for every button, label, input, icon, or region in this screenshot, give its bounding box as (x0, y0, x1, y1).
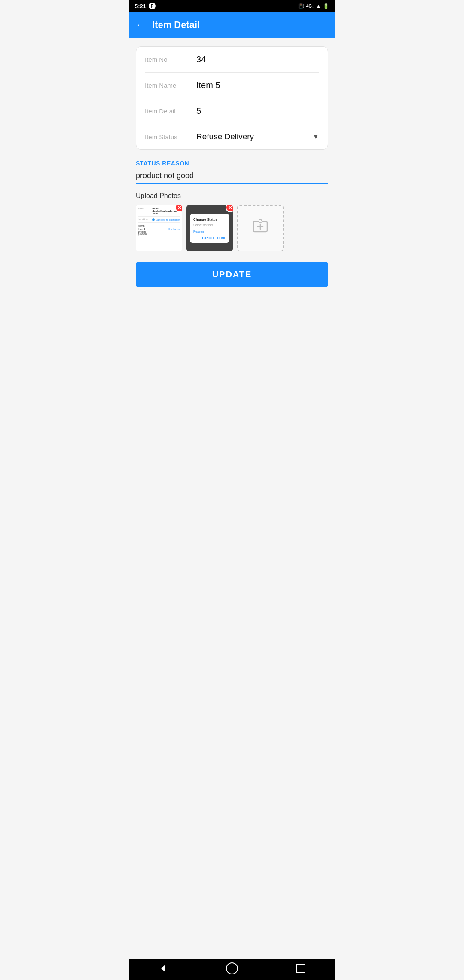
item-no-row: Item No 34 (145, 47, 319, 73)
parking-icon: P (149, 3, 156, 9)
item-status-dropdown[interactable]: Refuse Delivery ▼ (196, 132, 319, 141)
nav-recents-square-icon (296, 964, 305, 973)
page-title: Item Detail (152, 19, 200, 31)
status-bar-right: 📳 4G↕ ▲ 🔋 (298, 3, 329, 9)
photo-row: Email nisha.doshi@agileinfowaysinc.com L… (136, 205, 328, 251)
modal-reason-input: Reason (193, 230, 226, 234)
item-name-label: Item Name (145, 82, 196, 89)
status-bar-left: 5:21 P (135, 3, 156, 9)
app-bar: ← Item Detail (129, 12, 335, 38)
modal-done-button[interactable]: DONE (217, 236, 226, 239)
upload-photos-label: Upload Photos (136, 192, 328, 200)
item-detail-row: Item Detail 5 (145, 98, 319, 124)
nav-bar (129, 959, 335, 980)
item-no-value: 34 (196, 55, 206, 64)
main-content: Item No 34 Item Name Item 5 Item Detail … (129, 38, 335, 959)
detail-card: Item No 34 Item Name Item 5 Item Detail … (136, 46, 328, 150)
status-time: 5:21 (135, 3, 146, 9)
item-detail-label: Item Detail (145, 107, 196, 115)
photo-thumb-1: Email nisha.doshi@agileinfowaysinc.com L… (136, 205, 182, 251)
status-reason-section: STATUS REASON (136, 160, 328, 184)
modal-buttons: CANCEL DONE (193, 236, 226, 239)
item-no-label: Item No (145, 56, 196, 63)
add-photo-button[interactable] (237, 205, 284, 251)
modal-select-status: Select status ▾ (193, 224, 226, 228)
update-button[interactable]: UPDATE (136, 262, 328, 287)
add-photo-icon (253, 219, 268, 238)
svg-rect-2 (259, 220, 262, 222)
item-status-row[interactable]: Item Status Refuse Delivery ▼ (145, 124, 319, 149)
signal-4g-icon: 4G↕ (306, 4, 314, 9)
svg-marker-5 (161, 965, 165, 972)
status-reason-input[interactable] (136, 169, 328, 184)
status-reason-input-wrapper (136, 169, 328, 184)
upload-section: Upload Photos Email nisha.doshi@agileinf… (136, 192, 328, 251)
dropdown-arrow-icon: ▼ (312, 133, 319, 141)
modal-title: Change Status (193, 217, 226, 221)
photo-thumb-2: Change Status Select status ▾ Reason CAN… (186, 205, 233, 251)
item-name-row: Item Name Item 5 (145, 73, 319, 98)
photo-2-content: Change Status Select status ▾ Reason CAN… (186, 205, 233, 251)
modal-inner-2: Change Status Select status ▾ Reason CAN… (190, 214, 229, 243)
status-bar: 5:21 P 📳 4G↕ ▲ 🔋 (129, 0, 335, 12)
battery-icon: 🔋 (323, 3, 329, 9)
nav-home-circle-icon (226, 962, 238, 974)
signal-strength-icon: ▲ (316, 3, 321, 9)
nav-home-button[interactable] (224, 961, 240, 976)
nav-recents-button[interactable] (293, 961, 308, 976)
doc-preview-1: Email nisha.doshi@agileinfowaysinc.com L… (136, 205, 182, 251)
nav-back-button[interactable] (156, 961, 171, 976)
modal-preview-2: Change Status Select status ▾ Reason CAN… (186, 205, 233, 251)
item-name-value: Item 5 (196, 80, 220, 90)
vibrate-icon: 📳 (298, 3, 304, 9)
item-status-label: Item Status (145, 133, 196, 141)
photo-1-content: Email nisha.doshi@agileinfowaysinc.com L… (136, 205, 182, 251)
status-reason-label: STATUS REASON (136, 160, 328, 167)
item-status-value: Refuse Delivery (196, 132, 254, 141)
modal-cancel-button[interactable]: CANCEL (202, 236, 214, 239)
item-detail-value: 5 (196, 106, 201, 116)
back-button[interactable]: ← (136, 19, 145, 31)
